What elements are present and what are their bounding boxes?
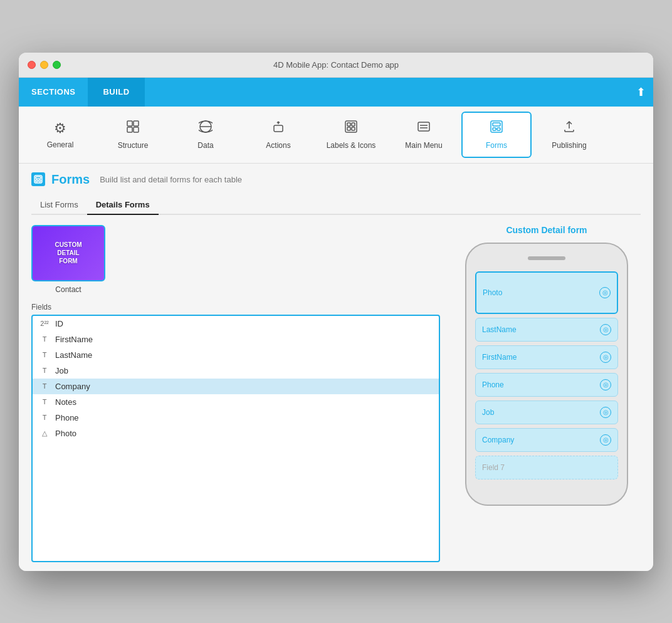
field-row-firstname[interactable]: T FirstName (33, 332, 439, 347)
toolbar-data[interactable]: Data (171, 112, 241, 158)
field-row-company[interactable]: T Company (33, 379, 439, 394)
form-card-inner-text: CUSTOMDETAILFORM (55, 241, 81, 265)
svg-rect-16 (493, 128, 496, 130)
publishing-icon (562, 120, 576, 137)
svg-rect-7 (347, 123, 350, 126)
svg-rect-3 (134, 127, 139, 132)
form-card-thumbnail: CUSTOMDETAILFORM (31, 225, 105, 281)
close-button[interactable] (28, 61, 36, 69)
toolbar-labels-icons[interactable]: Labels & Icons (316, 112, 386, 158)
main-menu-label: Main Menu (405, 141, 442, 150)
field-name-notes: Notes (55, 397, 76, 407)
field-name-company: Company (55, 382, 90, 391)
field-type-num-icon: 2²² (39, 320, 50, 327)
field-row-id[interactable]: 2²² ID (33, 316, 439, 332)
tab-details-forms[interactable]: Details Forms (87, 196, 159, 215)
form-field-placeholder[interactable]: Field 7 (475, 456, 618, 479)
svg-rect-5 (274, 125, 283, 132)
maximize-button[interactable] (53, 61, 61, 69)
svg-rect-8 (352, 123, 355, 126)
field-name-job: Job (55, 366, 68, 375)
toolbar-general[interactable]: ⚙ General (25, 112, 95, 158)
toolbar-publishing[interactable]: Publishing (534, 112, 604, 158)
forms-label: Forms (486, 141, 507, 150)
form-field-lastname[interactable]: LastName ◎ (475, 318, 618, 342)
field-name-firstname: FirstName (55, 335, 93, 344)
form-field-firstname[interactable]: FirstName ◎ (475, 345, 618, 369)
phone-remove-btn[interactable]: ◎ (600, 379, 611, 390)
form-field-firstname-label: FirstName (482, 353, 517, 362)
minimize-button[interactable] (40, 61, 48, 69)
tabs-bar: List Forms Details Forms (31, 196, 641, 215)
svg-rect-21 (39, 180, 41, 182)
form-field-company[interactable]: Company ◎ (475, 428, 618, 452)
toolbar: ⚙ General Structure Data (19, 107, 653, 164)
toolbar-structure[interactable]: Structure (98, 112, 168, 158)
toolbar-main-menu[interactable]: Main Menu (389, 112, 459, 158)
firstname-remove-btn[interactable]: ◎ (600, 352, 611, 363)
field-name-lastname: LastName (55, 350, 92, 360)
fields-label: Fields (31, 303, 440, 312)
company-remove-btn[interactable]: ◎ (600, 434, 611, 446)
form-field-phone-label: Phone (482, 380, 504, 389)
general-icon: ⚙ (54, 120, 66, 137)
form-field-placeholder-label: Field 7 (482, 463, 505, 472)
app-window: 4D Mobile App: Contact Demo app SECTIONS… (19, 53, 653, 571)
labels-icons-label: Labels & Icons (327, 141, 376, 150)
field-type-text-icon-4: T (39, 382, 50, 390)
nav-bar: SECTIONS BUILD ⬆ (19, 78, 653, 107)
job-remove-btn[interactable]: ◎ (600, 407, 611, 418)
nav-sections[interactable]: SECTIONS (19, 78, 88, 107)
form-field-phone[interactable]: Phone ◎ (475, 373, 618, 397)
field-row-notes[interactable]: T Notes (33, 394, 439, 410)
page-subtitle: Build list and detail forms for each tab… (100, 175, 242, 184)
field-row-phone[interactable]: T Phone (33, 410, 439, 426)
fields-list: 2²² ID T FirstName T LastName T Job (31, 315, 440, 562)
toolbar-forms[interactable]: Forms (461, 112, 532, 158)
form-card-label: Contact (55, 285, 81, 294)
structure-label: Structure (118, 141, 149, 150)
form-field-photo-label: Photo (483, 288, 502, 297)
field-row-lastname[interactable]: T LastName (33, 347, 439, 363)
actions-label: Actions (266, 141, 290, 150)
field-type-text-icon-5: T (39, 398, 50, 406)
photo-remove-btn[interactable]: ◎ (599, 287, 611, 298)
field-type-text-icon-1: T (39, 335, 50, 343)
main-menu-icon (417, 120, 431, 137)
svg-rect-11 (418, 122, 429, 131)
svg-rect-10 (352, 127, 355, 130)
field-name-id: ID (55, 319, 63, 328)
form-field-job-label: Job (482, 408, 494, 417)
tab-list-forms[interactable]: List Forms (31, 196, 87, 215)
forms-icon (490, 120, 503, 137)
upload-icon[interactable]: ⬆ (628, 78, 653, 107)
main-content: CUSTOMDETAILFORM Contact Fields 2²² ID T… (31, 225, 641, 562)
svg-rect-0 (127, 121, 132, 126)
svg-rect-17 (497, 128, 500, 130)
form-field-lastname-label: LastName (482, 325, 517, 334)
data-icon (199, 120, 213, 137)
data-label: Data (197, 141, 213, 150)
phone-mockup: Photo ◎ LastName ◎ FirstName ◎ (465, 243, 628, 506)
field-row-job[interactable]: T Job (33, 363, 439, 379)
field-type-text-icon-2: T (39, 351, 50, 359)
nav-build[interactable]: BUILD (88, 78, 144, 107)
toolbar-actions[interactable]: Actions (243, 112, 313, 158)
publishing-label: Publishing (552, 141, 586, 150)
page-header: Forms Build list and detail forms for ea… (31, 172, 641, 187)
page-header-icon (31, 172, 45, 186)
field-row-photo[interactable]: △ Photo (33, 426, 439, 441)
structure-icon (126, 120, 140, 137)
left-panel: CUSTOMDETAILFORM Contact Fields 2²² ID T… (31, 225, 440, 562)
lastname-remove-btn[interactable]: ◎ (600, 324, 611, 335)
field-name-phone: Phone (55, 413, 79, 422)
form-field-photo[interactable]: Photo ◎ (475, 271, 618, 314)
contact-form-card[interactable]: CUSTOMDETAILFORM Contact (31, 225, 105, 294)
page-title: Forms (51, 172, 90, 187)
labels-icons-icon (344, 120, 358, 137)
custom-form-title: Custom Detail form (506, 225, 587, 235)
form-field-job[interactable]: Job ◎ (475, 401, 618, 424)
traffic-lights (28, 61, 61, 69)
svg-rect-9 (347, 127, 350, 130)
svg-rect-2 (127, 127, 132, 132)
